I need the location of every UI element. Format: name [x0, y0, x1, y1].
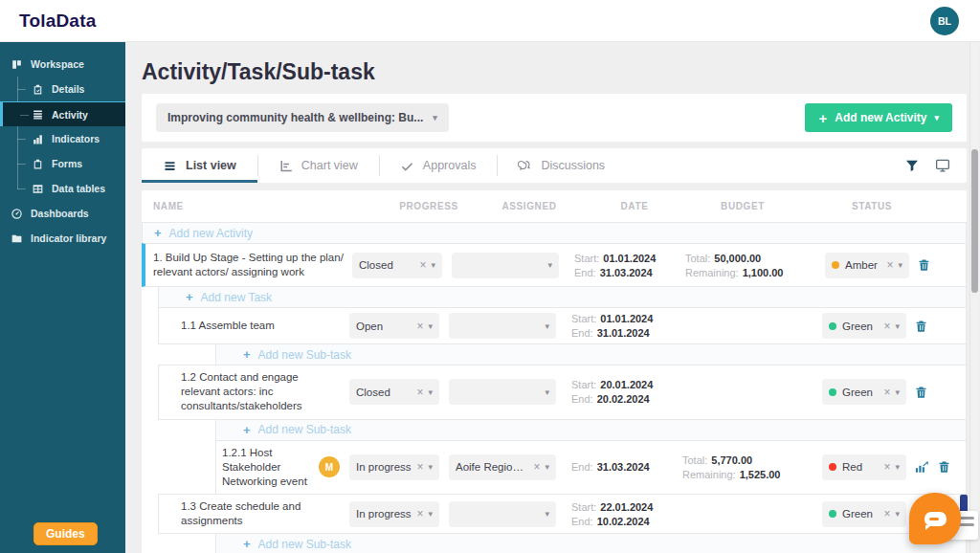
sidebar-item-details[interactable]: Details [0, 77, 125, 101]
chevron-down-icon[interactable]: ▾ [895, 509, 900, 519]
progress-select-value: In progress [356, 461, 412, 473]
progress-cell: In progress×▾ [345, 501, 441, 527]
row-name: 1.1 Assemble team [181, 319, 275, 333]
chevron-down-icon[interactable]: ▾ [428, 321, 433, 331]
assignee-select[interactable]: ▾ [449, 501, 556, 527]
check-icon [400, 159, 414, 173]
clear-icon[interactable]: × [416, 460, 423, 474]
date-cell: Start:22.01.2024End:10.02.2024 [556, 501, 669, 527]
list-icon [163, 159, 177, 173]
status-select[interactable]: Amber×▾ [825, 253, 909, 278]
chat-widget-button[interactable] [909, 493, 961, 544]
clear-icon[interactable]: × [883, 320, 890, 333]
status-cell: Red×▾ [813, 454, 906, 480]
status-select[interactable]: Red×▾ [822, 454, 906, 480]
task-row: 1.1 Assemble teamOpen×▾▾Start:01.01.2024… [158, 307, 967, 344]
sidebar-item-activity[interactable]: Activity [0, 101, 125, 126]
chat-icon [518, 159, 532, 173]
delete-button[interactable] [914, 319, 928, 334]
export-icon[interactable] [934, 157, 951, 174]
table-header: NAMEPROGRESSASSIGNEDDATEBUDGETSTATUS [142, 190, 967, 223]
filter-icon[interactable] [904, 158, 920, 173]
sidebar-item-workspace[interactable]: Workspace [0, 52, 125, 77]
progress-select[interactable]: In progress×▾ [349, 501, 439, 527]
clear-icon[interactable]: × [883, 507, 890, 520]
progress-select[interactable]: Open×▾ [349, 313, 439, 339]
chevron-down-icon[interactable]: ▾ [898, 260, 902, 270]
assigned-cell: ▾ [444, 253, 559, 278]
add-row-label: Add new Activity [169, 227, 253, 240]
tab-chart-view[interactable]: Chart view [257, 148, 379, 183]
status-cell: Green×▾ [813, 379, 906, 405]
sidebar-item-indicator-library[interactable]: Indicator library [0, 226, 125, 251]
clear-icon[interactable]: × [883, 386, 890, 399]
progress-select[interactable]: In progress×▾ [349, 454, 439, 480]
tab-approvals[interactable]: Approvals [379, 148, 498, 183]
add-new-activity-row[interactable]: +Add new Activity [142, 222, 967, 244]
project-selector-panel: Improving community health & wellbeing: … [142, 94, 967, 142]
sidebar-item-data-tables[interactable]: Data tables [0, 176, 125, 201]
sidebar-item-indicators[interactable]: Indicators [0, 126, 125, 151]
add-new-task-row[interactable]: +Add new Task [158, 286, 967, 308]
chat-bubble-icon [924, 512, 947, 526]
clear-icon[interactable]: × [533, 460, 540, 474]
progress-select[interactable]: Closed×▾ [349, 379, 439, 405]
assignee-select[interactable]: ▾ [449, 379, 556, 405]
progress-cell: Closed×▾ [348, 253, 444, 278]
date-cell: Start:01.01.2024End:31.03.2024 [559, 253, 672, 278]
chevron-down-icon[interactable]: ▾ [428, 387, 433, 397]
budget-cell: Total:5,770.00Remaining:1,525.00 [669, 454, 813, 480]
clear-icon[interactable]: × [416, 320, 423, 333]
sidebar: WorkspaceDetailsActivityIndicatorsFormsD… [0, 42, 125, 553]
chevron-down-icon[interactable]: ▾ [895, 321, 900, 331]
tab-label: Approvals [423, 159, 477, 172]
status-dot [832, 261, 839, 269]
chevron-down-icon[interactable]: ▾ [428, 462, 433, 472]
add-new-subtask-row[interactable]: +Add new Sub-task [215, 343, 967, 365]
status-select[interactable]: Green×▾ [822, 501, 906, 527]
guides-button[interactable]: Guides [33, 522, 98, 545]
add-new-activity-button[interactable]: + Add new Activity ▾ [805, 103, 952, 132]
clear-icon[interactable]: × [886, 258, 893, 272]
clear-icon[interactable]: × [419, 258, 426, 272]
project-select-dropdown[interactable]: Improving community health & wellbeing: … [156, 103, 449, 132]
chevron-down-icon[interactable]: ▾ [428, 509, 433, 519]
add-new-subtask-row[interactable]: +Add new Sub-task [215, 533, 967, 553]
add-new-subtask-row[interactable]: +Add new Sub-task [215, 419, 967, 441]
add-row-label: Add new Sub-task [258, 538, 351, 551]
delete-button[interactable] [914, 385, 928, 400]
activity-row: 1. Build Up Stage - Setting up the plan/… [142, 243, 967, 287]
assignee-select[interactable]: Aoife Regional d...×▾ [449, 454, 556, 480]
chevron-down-icon: ▾ [545, 387, 549, 397]
chevron-down-icon[interactable]: ▾ [895, 462, 900, 472]
delete-button[interactable] [917, 257, 931, 273]
table-body: +Add new Activity1. Build Up Stage - Set… [142, 222, 967, 553]
user-avatar[interactable]: BL [930, 7, 959, 35]
chevron-down-icon[interactable]: ▾ [545, 462, 549, 472]
assignee-select[interactable]: ▾ [449, 313, 556, 339]
sidebar-item-label: Indicator library [31, 232, 106, 244]
tab-list-view[interactable]: List view [142, 148, 257, 183]
tab-discussions[interactable]: Discussions [497, 148, 626, 183]
clear-icon[interactable]: × [416, 386, 423, 399]
row-name: 1.2.1 Host Stakeholder Networking event [222, 446, 323, 490]
status-dot [829, 510, 836, 518]
chevron-down-icon: ▾ [934, 113, 939, 122]
sidebar-item-forms[interactable]: Forms [0, 151, 125, 176]
project-select-value: Improving community health & wellbeing: … [167, 111, 423, 124]
progress-select[interactable]: Closed×▾ [352, 253, 442, 278]
delete-button[interactable] [937, 459, 951, 475]
chevron-down-icon[interactable]: ▾ [431, 260, 435, 270]
add-row-label: Add new Task [201, 291, 273, 304]
sidebar-item-dashboards[interactable]: Dashboards [0, 201, 125, 226]
assignee-select[interactable]: ▾ [452, 253, 559, 278]
chevron-down-icon[interactable]: ▾ [895, 387, 900, 397]
status-select[interactable]: Green×▾ [822, 379, 906, 405]
status-value: Green [842, 321, 879, 332]
sidebar-item-label: Details [52, 83, 84, 95]
status-select[interactable]: Green×▾ [822, 313, 906, 339]
chart-button[interactable] [914, 459, 928, 475]
scrollbar-thumb[interactable] [971, 149, 978, 293]
clear-icon[interactable]: × [883, 460, 890, 474]
clear-icon[interactable]: × [416, 507, 423, 520]
